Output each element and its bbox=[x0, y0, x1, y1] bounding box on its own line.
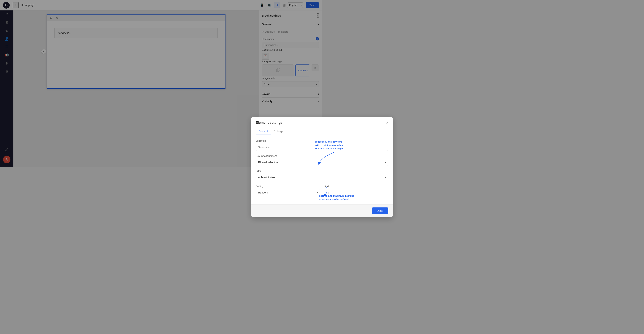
modal-tabs: Content Settings bbox=[251, 128, 322, 135]
tab-settings[interactable]: Settings bbox=[271, 128, 286, 135]
slider-title-group: Slider title bbox=[256, 140, 322, 151]
modal-overlay: Element settings × Content Settings Slid… bbox=[0, 0, 322, 167]
review-assignment-select[interactable]: Filtered selection All reviews Manual se… bbox=[256, 159, 322, 166]
tab-content[interactable]: Content bbox=[256, 128, 271, 135]
slider-title-input[interactable] bbox=[256, 144, 322, 151]
review-assignment-select-wrapper: Filtered selection All reviews Manual se… bbox=[256, 159, 322, 166]
modal-body: Slider title Review assignment Filtered … bbox=[251, 135, 322, 167]
slider-title-label: Slider title bbox=[256, 140, 322, 142]
modal-title: Element settings bbox=[256, 121, 282, 125]
modal-header: Element settings × bbox=[251, 117, 322, 125]
element-settings-modal: Element settings × Content Settings Slid… bbox=[251, 117, 322, 167]
review-assignment-label: Review assignment bbox=[256, 154, 322, 157]
review-assignment-group: Review assignment Filtered selection All… bbox=[256, 154, 322, 166]
